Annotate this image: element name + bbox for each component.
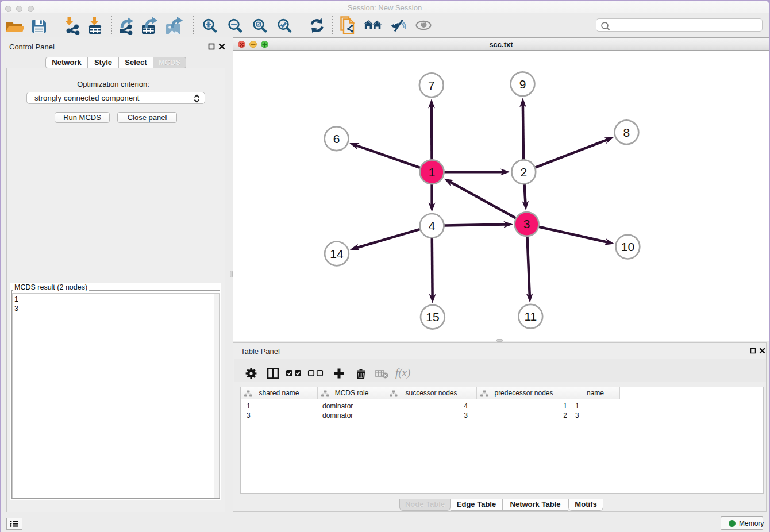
svg-text:3: 3	[523, 217, 530, 230]
svg-text:14: 14	[330, 247, 344, 260]
svg-text:6: 6	[333, 132, 340, 145]
svg-text:15: 15	[426, 310, 439, 323]
svg-text:11: 11	[524, 310, 537, 323]
svg-text:1: 1	[429, 165, 436, 179]
svg-text:7: 7	[428, 79, 435, 92]
svg-text:8: 8	[623, 126, 630, 139]
svg-text:9: 9	[519, 78, 526, 91]
svg-text:10: 10	[621, 240, 634, 253]
svg-text:4: 4	[429, 219, 436, 232]
svg-text:2: 2	[520, 165, 527, 179]
